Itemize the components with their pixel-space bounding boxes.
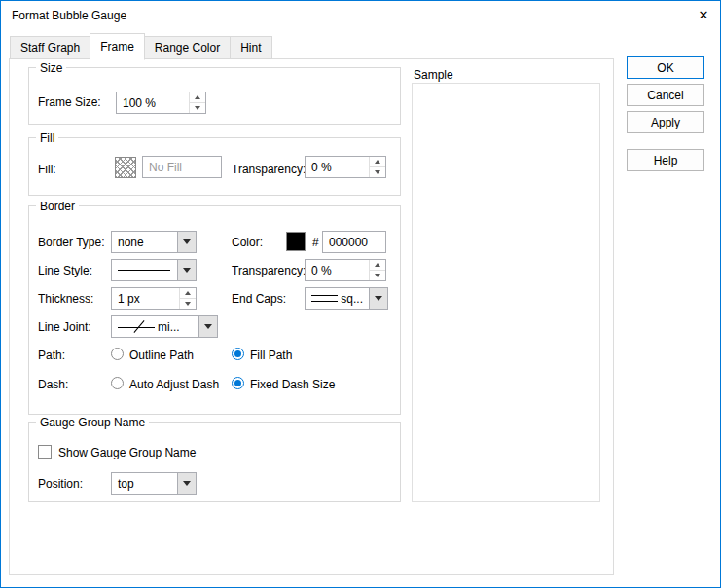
gauge-group-name-title: Gauge Group Name	[36, 416, 149, 429]
tab-staff-graph[interactable]: Staff Graph	[10, 36, 90, 59]
sample-preview-area	[412, 83, 600, 502]
border-type-value: none	[118, 236, 144, 249]
position-value: top	[118, 477, 134, 491]
border-type-dropdown[interactable]: none	[111, 231, 197, 253]
ok-button[interactable]: OK	[627, 56, 704, 79]
chevron-down-icon[interactable]	[177, 473, 196, 494]
help-button[interactable]: Help	[627, 149, 704, 171]
tab-hint[interactable]: Hint	[230, 36, 271, 59]
frame-size-value: 100 %	[117, 92, 189, 113]
end-caps-value: sq...	[341, 292, 363, 306]
color-swatch[interactable]	[286, 232, 306, 251]
fill-transparency-value: 0 %	[306, 157, 369, 177]
path-label: Path:	[38, 349, 65, 362]
frame-size-spin-buttons	[189, 92, 205, 113]
spinner-down-icon[interactable]	[180, 298, 196, 309]
border-transparency-label: Transparency:	[232, 264, 306, 277]
outline-path-radio-label[interactable]: Outline Path	[129, 349, 194, 362]
border-type-label: Border Type:	[38, 236, 104, 249]
line-joint-value: mi...	[158, 320, 180, 334]
spinner-down-icon[interactable]	[370, 166, 385, 177]
chevron-down-icon[interactable]	[198, 316, 217, 337]
color-hex-field[interactable]: 000000	[322, 231, 386, 253]
fill-group-title: Fill	[36, 131, 58, 145]
fill-transparency-label: Transparency:	[232, 163, 306, 176]
gauge-group-name-group	[28, 422, 401, 502]
dialog-title: Format Bubble Gauge	[12, 9, 126, 22]
frame-size-stepper[interactable]: 100 %	[116, 92, 206, 114]
line-style-preview	[118, 270, 170, 271]
sample-title: Sample	[414, 68, 453, 82]
auto-adjust-dash-radio[interactable]	[111, 377, 124, 389]
line-joint-preview	[118, 321, 155, 333]
border-transparency-value: 0 %	[306, 260, 369, 280]
show-gauge-group-name-label[interactable]: Show Gauge Group Name	[58, 446, 196, 459]
fill-value-field[interactable]: No Fill	[142, 156, 222, 178]
line-joint-label: Line Joint:	[38, 320, 91, 334]
spinner-down-icon[interactable]	[370, 270, 385, 280]
spinner-up-icon[interactable]	[180, 288, 196, 298]
spinner-up-icon[interactable]	[370, 157, 385, 166]
cancel-button[interactable]: Cancel	[627, 84, 704, 106]
thickness-value: 1 px	[112, 288, 179, 309]
end-caps-dropdown[interactable]: sq...	[305, 287, 388, 310]
border-group-title: Border	[36, 200, 79, 213]
format-bubble-gauge-dialog: Format Bubble Gauge ✕ Staff Graph Frame …	[0, 0, 721, 588]
fixed-dash-size-radio-label[interactable]: Fixed Dash Size	[250, 378, 335, 391]
chevron-down-icon[interactable]	[177, 232, 196, 252]
color-hash-label: #	[312, 236, 319, 249]
tab-frame[interactable]: Frame	[90, 33, 145, 60]
thickness-stepper[interactable]: 1 px	[111, 287, 197, 310]
tab-range-color[interactable]: Range Color	[144, 36, 231, 59]
fill-path-radio[interactable]	[232, 348, 244, 360]
fill-path-radio-label[interactable]: Fill Path	[250, 349, 292, 362]
position-label: Position:	[38, 477, 83, 491]
close-icon[interactable]: ✕	[685, 1, 721, 29]
spinner-up-icon[interactable]	[190, 92, 205, 102]
thickness-spin-buttons	[179, 288, 196, 309]
fill-transparency-spin-buttons	[369, 157, 385, 177]
auto-adjust-dash-radio-label[interactable]: Auto Adjust Dash	[129, 378, 219, 391]
size-group-title: Size	[36, 61, 66, 75]
spinner-up-icon[interactable]	[370, 260, 385, 270]
line-joint-dropdown[interactable]: mi...	[111, 315, 218, 338]
chevron-down-icon[interactable]	[369, 288, 387, 309]
color-label: Color:	[232, 236, 263, 249]
position-dropdown[interactable]: top	[111, 472, 197, 495]
fixed-dash-size-radio[interactable]	[232, 377, 244, 389]
chevron-down-icon[interactable]	[177, 260, 196, 280]
end-caps-label: End Caps:	[232, 292, 286, 306]
no-fill-pattern-icon[interactable]	[115, 157, 136, 178]
border-transparency-stepper[interactable]: 0 %	[305, 259, 386, 281]
end-caps-preview	[311, 295, 338, 302]
line-style-label: Line Style:	[38, 264, 92, 277]
show-gauge-group-name-checkbox[interactable]	[38, 445, 52, 459]
outline-path-radio[interactable]	[111, 348, 124, 360]
spinner-down-icon[interactable]	[190, 102, 205, 113]
apply-button[interactable]: Apply	[627, 111, 704, 133]
dash-label: Dash:	[38, 378, 68, 391]
border-transparency-spin-buttons	[369, 260, 385, 280]
thickness-label: Thickness:	[38, 292, 93, 306]
frame-size-label: Frame Size:	[38, 95, 101, 109]
line-style-dropdown[interactable]	[111, 259, 197, 281]
fill-transparency-stepper[interactable]: 0 %	[305, 156, 386, 178]
fill-label: Fill:	[38, 163, 56, 176]
tab-bar: Staff Graph Frame Range Color Hint	[10, 35, 271, 59]
